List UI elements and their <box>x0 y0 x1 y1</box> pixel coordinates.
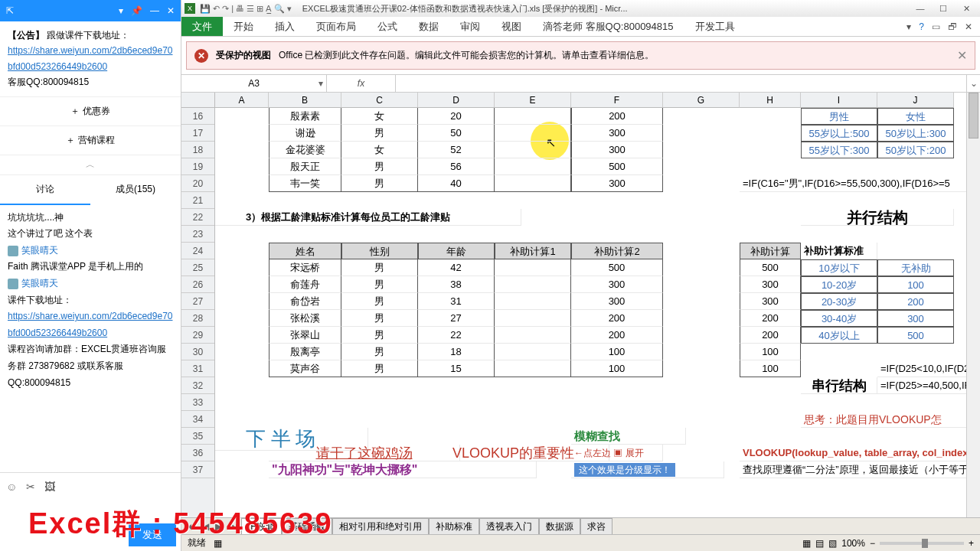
cell[interactable]: 200 <box>571 327 663 344</box>
row-header[interactable]: 32 <box>181 377 214 394</box>
tab-members[interactable]: 成员(155) <box>90 175 181 205</box>
cell[interactable]: 52 <box>418 142 495 158</box>
select-all-corner[interactable] <box>181 93 215 108</box>
cell[interactable]: 10岁以下 <box>801 259 877 276</box>
worksheet-grid[interactable]: ↖ 殷素素女20200谢逊男50300金花婆婆女52300殷天正男56500韦一… <box>215 108 966 517</box>
column-headers[interactable]: ABCDEFGHIJ <box>215 93 966 108</box>
cell[interactable]: 300 <box>877 310 954 327</box>
row-header[interactable]: 22 <box>181 209 214 226</box>
collapse-icon[interactable]: ︿ <box>0 155 181 174</box>
row-header[interactable]: 28 <box>181 310 214 327</box>
row-header[interactable]: 20 <box>181 175 214 192</box>
cell[interactable]: 50 <box>418 125 495 142</box>
cell[interactable]: 300 <box>571 125 663 142</box>
cell[interactable]: 50岁以上:300 <box>877 125 954 142</box>
cell[interactable]: 20 <box>418 108 495 125</box>
cell[interactable]: 200 <box>571 310 663 327</box>
cell[interactable]: =IF(C16="男",IF(D16>=55,500,300),IF(D16>=… <box>740 175 966 192</box>
emoji-icon[interactable]: ☺ <box>6 481 17 493</box>
row-header[interactable]: 17 <box>181 125 214 142</box>
sidebar-item-marketing[interactable]: ＋ 营销课程 <box>0 126 181 155</box>
ribbon-tab[interactable]: 审阅 <box>449 17 491 36</box>
row-header[interactable]: 30 <box>181 344 214 360</box>
tab-discuss[interactable]: 讨论 <box>0 175 90 205</box>
cell[interactable]: 并行结构 <box>801 209 954 226</box>
row-header[interactable]: 24 <box>181 243 214 259</box>
cell[interactable]: 殷天正 <box>269 158 341 175</box>
row-header[interactable]: 18 <box>181 142 214 158</box>
cell[interactable]: 串行结构 <box>801 377 877 394</box>
sheet-nav-next-icon[interactable]: ▶ <box>213 521 224 532</box>
cell[interactable]: 100 <box>877 276 954 293</box>
cell[interactable]: "九阳神功"与"乾坤大挪移" <box>269 461 537 478</box>
cell[interactable]: 31 <box>418 293 495 310</box>
cell[interactable] <box>495 293 571 310</box>
ribbon-tab[interactable]: 公式 <box>367 17 408 36</box>
cell[interactable]: 男 <box>341 259 418 276</box>
row-header[interactable]: 16 <box>181 108 214 125</box>
cell[interactable]: 性别 <box>341 243 418 259</box>
cell[interactable]: 56 <box>418 158 495 175</box>
cell[interactable]: 补助计算1 <box>495 243 571 259</box>
cell[interactable]: 男 <box>341 310 418 327</box>
minimize-icon[interactable]: — <box>150 5 159 16</box>
cell[interactable]: 200 <box>571 108 663 125</box>
ribbon-tab[interactable]: 文件 <box>181 17 223 36</box>
cell[interactable] <box>495 125 571 142</box>
win-maximize-icon[interactable]: ☐ <box>933 2 954 15</box>
col-header[interactable]: B <box>269 93 341 108</box>
sheet-tab[interactable]: 基础函数 <box>282 518 332 535</box>
chat-user[interactable]: 笑眼晴天 <box>8 276 173 292</box>
cell[interactable]: 金花婆婆 <box>269 142 341 158</box>
cell[interactable]: 补助计算2 <box>571 243 663 259</box>
cell[interactable]: 男 <box>341 293 418 310</box>
send-button[interactable]: 发送 <box>129 523 176 546</box>
cell[interactable]: 男 <box>341 125 418 142</box>
sheet-tab[interactable]: 求咨 <box>580 518 612 535</box>
ribbon-restore-icon[interactable]: 🗗 <box>948 21 957 32</box>
row-header[interactable]: 29 <box>181 327 214 344</box>
cell[interactable]: 这个效果是分级显示！ <box>571 461 724 478</box>
cell[interactable]: 查找原理遵循“二分法”原理，返回最接近（小于等于查找值）的 <box>740 461 966 478</box>
ribbon-tab[interactable]: 数据 <box>408 17 449 36</box>
cell[interactable]: 27 <box>418 310 495 327</box>
cell[interactable]: 女 <box>341 108 418 125</box>
ribbon-tab[interactable]: 滴答老师 客服QQ:800094815 <box>532 17 684 36</box>
macro-icon[interactable]: ▦ <box>214 538 222 549</box>
ribbon-tab[interactable]: 开始 <box>223 17 264 36</box>
cell[interactable]: 模糊查找 <box>571 428 686 445</box>
namebox-dropdown-icon[interactable]: ▾ <box>318 78 323 89</box>
cell[interactable]: 俞莲舟 <box>269 276 341 293</box>
view-pagebreak-icon[interactable]: ▧ <box>828 538 837 549</box>
cell[interactable]: 女性 <box>877 108 954 125</box>
cell[interactable]: 殷离亭 <box>269 344 341 360</box>
cell[interactable]: 200 <box>740 310 801 327</box>
sheet-nav-prev-icon[interactable]: ◀ <box>200 521 211 532</box>
col-header[interactable]: H <box>740 93 801 108</box>
sheet-tab[interactable]: 补助标准 <box>429 518 479 535</box>
cell[interactable]: 谢逊 <box>269 125 341 142</box>
cell[interactable] <box>495 142 571 158</box>
cell[interactable]: 3）根据工龄津贴标准计算每位员工的工龄津贴 <box>215 209 521 226</box>
cell[interactable]: 思考：此题目用VLOOKUP怎 <box>801 411 966 428</box>
cell[interactable]: 100 <box>571 344 663 360</box>
ribbon-tab[interactable]: 插入 <box>264 17 305 36</box>
cell[interactable]: 男性 <box>801 108 877 125</box>
formula-expand-icon[interactable]: ⌄ <box>966 75 980 92</box>
chat-user[interactable]: 笑眼晴天 <box>8 243 173 259</box>
ribbon-min-icon[interactable]: ▭ <box>932 21 940 32</box>
row-header[interactable]: 21 <box>181 192 214 209</box>
cell[interactable]: 300 <box>740 276 801 293</box>
cell[interactable]: 男 <box>341 327 418 344</box>
cell[interactable] <box>495 158 571 175</box>
cell[interactable]: 张松溪 <box>269 310 341 327</box>
cell[interactable]: 50岁以下:200 <box>877 142 954 158</box>
pin-icon[interactable]: 📌 <box>131 5 142 16</box>
fx-label[interactable]: fx <box>327 75 396 92</box>
sheet-nav-first-icon[interactable]: ⏮ <box>185 521 198 532</box>
cell[interactable]: 100 <box>740 360 801 377</box>
scissors-icon[interactable]: ✂ <box>26 481 35 493</box>
cell[interactable]: 22 <box>418 327 495 344</box>
row-header[interactable]: 27 <box>181 293 214 310</box>
ribbon-tab[interactable]: 视图 <box>491 17 532 36</box>
